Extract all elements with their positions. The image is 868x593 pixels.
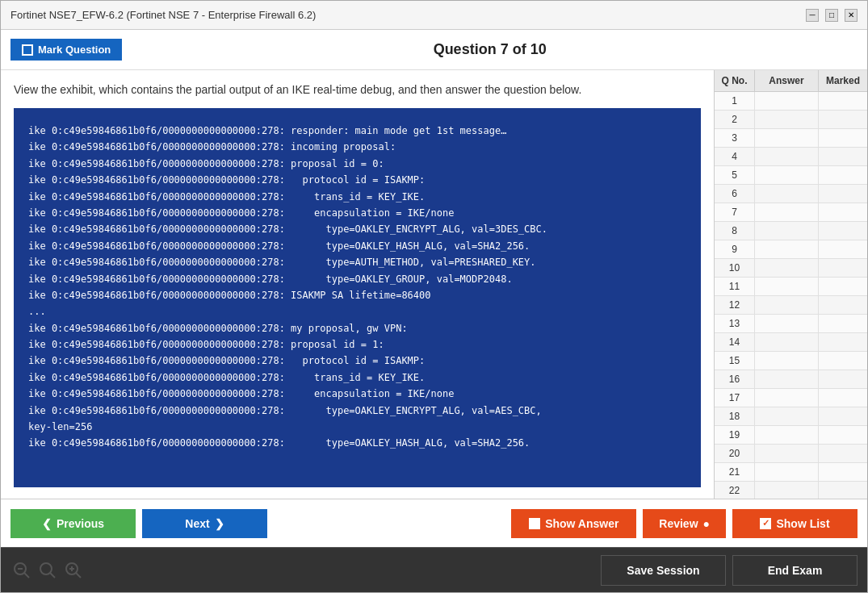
sidebar-row[interactable]: 17	[715, 389, 867, 407]
sidebar: Q No. Answer Marked 1 2 3 4 5 6	[714, 70, 867, 499]
sidebar-cell-answer	[755, 370, 819, 388]
sidebar-cell-answer	[755, 203, 819, 221]
sidebar-row[interactable]: 14	[715, 333, 867, 352]
next-label: Next	[185, 517, 209, 530]
sidebar-cell-answer	[755, 445, 819, 462]
sidebar-row[interactable]: 20	[715, 445, 867, 463]
sidebar-row[interactable]: 18	[715, 407, 867, 426]
sidebar-row[interactable]: 8	[715, 222, 867, 240]
sidebar-cell-answer	[755, 129, 819, 147]
end-label: End Exam	[768, 564, 823, 577]
bottom-section: Previous Next Show Answer Review ● ✓ Sho…	[1, 499, 867, 592]
sidebar-cell-qno: 15	[715, 352, 755, 370]
sidebar-row[interactable]: 11	[715, 278, 867, 296]
sidebar-cell-marked	[819, 463, 867, 481]
sidebar-row[interactable]: 5	[715, 166, 867, 185]
exam-area: View the exhibit, which contains the par…	[1, 70, 714, 499]
sidebar-row[interactable]: 9	[715, 240, 867, 259]
sidebar-col-answer: Answer	[755, 70, 819, 91]
sidebar-cell-answer	[755, 259, 819, 277]
sidebar-row[interactable]: 7	[715, 203, 867, 222]
svg-point-3	[40, 563, 52, 574]
zoom-reset-button[interactable]	[36, 559, 59, 582]
sidebar-cell-qno: 1	[715, 92, 755, 110]
next-button[interactable]: Next	[142, 509, 267, 538]
sidebar-cell-marked	[819, 333, 867, 351]
save-session-button[interactable]: Save Session	[601, 555, 726, 586]
zoom-controls	[10, 559, 85, 582]
mark-checkbox	[22, 44, 33, 56]
sidebar-cell-marked	[819, 222, 867, 240]
main-content: View the exhibit, which contains the par…	[1, 70, 867, 499]
sidebar-cell-qno: 8	[715, 222, 755, 240]
sidebar-cell-answer	[755, 333, 819, 351]
mark-question-button[interactable]: Mark Question	[10, 39, 122, 61]
zoom-out-button[interactable]	[10, 559, 33, 582]
sidebar-row[interactable]: 15	[715, 352, 867, 370]
sidebar-cell-marked	[819, 426, 867, 444]
sidebar-cell-answer	[755, 148, 819, 165]
sidebar-cell-marked	[819, 315, 867, 332]
sidebar-cell-answer	[755, 278, 819, 295]
show-answer-label: Show Answer	[545, 517, 619, 530]
show-list-button[interactable]: ✓ Show List	[732, 509, 858, 538]
sidebar-cell-qno: 6	[715, 185, 755, 203]
zoom-reset-icon	[39, 562, 57, 579]
toolbar: Mark Question Question 7 of 10	[1, 30, 867, 70]
sidebar-cell-answer	[755, 92, 819, 110]
svg-line-2	[24, 573, 29, 578]
main-window: Fortinet NSE7_EFW-6.2 (Fortinet NSE 7 - …	[0, 0, 868, 593]
sidebar-cell-answer	[755, 315, 819, 332]
sidebar-cell-answer	[755, 352, 819, 370]
sidebar-cell-answer	[755, 296, 819, 314]
sidebar-row[interactable]: 3	[715, 129, 867, 148]
sidebar-cell-marked	[819, 407, 867, 425]
sidebar-cell-qno: 10	[715, 259, 755, 277]
sidebar-cell-qno: 18	[715, 407, 755, 425]
review-button[interactable]: Review ●	[643, 509, 726, 538]
show-list-icon: ✓	[760, 518, 771, 529]
exhibit-box: ike 0:c49e59846861b0f6/0000000000000000:…	[14, 108, 701, 487]
sidebar-row[interactable]: 22	[715, 482, 867, 499]
exhibit-content: ike 0:c49e59846861b0f6/0000000000000000:…	[28, 123, 686, 452]
svg-line-8	[76, 573, 81, 578]
sidebar-row[interactable]: 21	[715, 463, 867, 482]
sidebar-cell-marked	[819, 445, 867, 462]
maximize-button[interactable]: □	[825, 9, 838, 22]
sidebar-row[interactable]: 10	[715, 259, 867, 278]
sidebar-row[interactable]: 19	[715, 426, 867, 445]
sidebar-row[interactable]: 6	[715, 185, 867, 203]
sidebar-cell-marked	[819, 129, 867, 147]
sidebar-cell-marked	[819, 259, 867, 277]
mark-question-label: Mark Question	[38, 44, 111, 56]
sidebar-cell-marked	[819, 240, 867, 258]
sidebar-cell-qno: 22	[715, 482, 755, 499]
sidebar-cell-qno: 13	[715, 315, 755, 332]
sidebar-row[interactable]: 12	[715, 296, 867, 315]
sidebar-row[interactable]: 1	[715, 92, 867, 111]
sidebar-cell-qno: 12	[715, 296, 755, 314]
close-button[interactable]: ✕	[845, 9, 858, 22]
sidebar-cell-marked	[819, 111, 867, 128]
sidebar-row[interactable]: 16	[715, 370, 867, 389]
sidebar-row[interactable]: 4	[715, 148, 867, 166]
question-text: View the exhibit, which contains the par…	[14, 81, 701, 98]
sidebar-row[interactable]: 2	[715, 111, 867, 129]
sidebar-cell-answer	[755, 463, 819, 481]
action-bar: Save Session End Exam	[1, 547, 867, 592]
end-exam-button[interactable]: End Exam	[732, 555, 858, 586]
save-label: Save Session	[627, 564, 699, 577]
sidebar-cell-qno: 17	[715, 389, 755, 407]
zoom-in-button[interactable]	[62, 559, 85, 582]
zoom-out-icon	[13, 562, 31, 579]
question-title: Question 7 of 10	[122, 41, 858, 58]
sidebar-col-qno: Q No.	[715, 70, 755, 91]
minimize-button[interactable]: ─	[806, 9, 819, 22]
sidebar-row[interactable]: 13	[715, 315, 867, 333]
sidebar-cell-marked	[819, 389, 867, 407]
sidebar-cell-marked	[819, 185, 867, 203]
svg-line-4	[50, 573, 55, 578]
previous-button[interactable]: Previous	[10, 509, 136, 538]
show-answer-icon	[529, 518, 540, 529]
show-answer-button[interactable]: Show Answer	[511, 509, 636, 538]
